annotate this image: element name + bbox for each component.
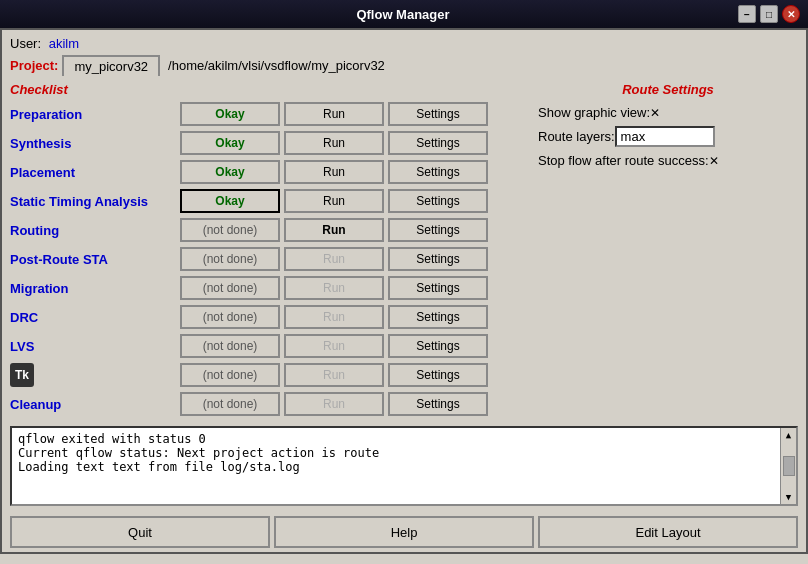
checklist-row: Tk(not done)RunSettings [10,362,530,388]
run-button[interactable]: Run [284,102,384,126]
step-name: Post-Route STA [10,252,180,267]
show-graphic-checkbox[interactable]: ✕ [650,106,660,120]
stop-flow-checkbox[interactable]: ✕ [709,154,719,168]
checklist-row: Cleanup(not done)RunSettings [10,391,530,417]
edit-layout-button[interactable]: Edit Layout [538,516,798,548]
checklist-row: PlacementOkayRunSettings [10,159,530,185]
checklist-row: DRC(not done)RunSettings [10,304,530,330]
checklist-container: PreparationOkayRunSettingsSynthesisOkayR… [10,101,530,417]
help-button[interactable]: Help [274,516,534,548]
route-layers-label: Route layers: [538,129,615,144]
checklist-row: Routing(not done)RunSettings [10,217,530,243]
settings-button[interactable]: Settings [388,392,488,416]
settings-button[interactable]: Settings [388,160,488,184]
settings-button[interactable]: Settings [388,247,488,271]
step-status[interactable]: Okay [180,160,280,184]
checklist-row: PreparationOkayRunSettings [10,101,530,127]
checklist-row: LVS(not done)RunSettings [10,333,530,359]
settings-button[interactable]: Settings [388,276,488,300]
scrollbar-up[interactable]: ▲ [786,430,791,440]
checklist-row: Post-Route STA(not done)RunSettings [10,246,530,272]
route-settings-header: Route Settings [538,82,798,97]
bottom-buttons: Quit Help Edit Layout [10,512,798,552]
step-name: Static Timing Analysis [10,194,180,209]
step-name: Routing [10,223,180,238]
step-name: Tk [10,363,180,387]
settings-button[interactable]: Settings [388,305,488,329]
step-name: DRC [10,310,180,325]
minimize-button[interactable]: − [738,5,756,23]
run-button: Run [284,276,384,300]
checklist-row: Static Timing AnalysisOkayRunSettings [10,188,530,214]
step-status[interactable]: (not done) [180,392,280,416]
step-status[interactable]: (not done) [180,334,280,358]
step-name: Migration [10,281,180,296]
settings-button[interactable]: Settings [388,131,488,155]
run-button: Run [284,392,384,416]
checklist-row: Migration(not done)RunSettings [10,275,530,301]
run-button: Run [284,247,384,271]
user-label: User: [10,36,41,51]
step-status[interactable]: (not done) [180,363,280,387]
step-status[interactable]: (not done) [180,276,280,300]
log-area: qflow exited with status 0Current qflow … [10,426,798,506]
run-button: Run [284,334,384,358]
project-label: Project: [10,58,58,73]
log-line: qflow exited with status 0 [18,432,790,446]
step-name: Synthesis [10,136,180,151]
step-status[interactable]: Okay [180,189,280,213]
run-button[interactable]: Run [284,189,384,213]
step-status[interactable]: Okay [180,102,280,126]
run-button: Run [284,305,384,329]
title-bar: Qflow Manager − □ ✕ [0,0,808,28]
checklist-header: Checklist [10,82,530,97]
step-status[interactable]: (not done) [180,247,280,271]
step-name: LVS [10,339,180,354]
step-status[interactable]: (not done) [180,218,280,242]
maximize-button[interactable]: □ [760,5,778,23]
run-button[interactable]: Run [284,160,384,184]
step-name: Cleanup [10,397,180,412]
log-line: Loading text text from file log/sta.log [18,460,790,474]
settings-button[interactable]: Settings [388,218,488,242]
show-graphic-label: Show graphic view: [538,105,650,120]
settings-button[interactable]: Settings [388,189,488,213]
settings-button[interactable]: Settings [388,363,488,387]
scrollbar-thumb[interactable] [783,456,795,476]
close-button[interactable]: ✕ [782,5,800,23]
log-line: Current qflow status: Next project actio… [18,446,790,460]
run-button[interactable]: Run [284,131,384,155]
user-value: akilm [49,36,79,51]
quit-button[interactable]: Quit [10,516,270,548]
step-name: Placement [10,165,180,180]
step-name: Preparation [10,107,180,122]
stop-flow-label: Stop flow after route success: [538,153,709,168]
tk-badge: Tk [10,363,34,387]
project-path: /home/akilm/vlsi/vsdflow/my_picorv32 [168,58,385,73]
project-tab[interactable]: my_picorv32 [62,55,160,76]
step-status[interactable]: Okay [180,131,280,155]
step-status[interactable]: (not done) [180,305,280,329]
window-title: Qflow Manager [68,7,738,22]
run-button: Run [284,363,384,387]
settings-button[interactable]: Settings [388,334,488,358]
run-button[interactable]: Run [284,218,384,242]
scrollbar-down[interactable]: ▼ [786,492,791,502]
settings-button[interactable]: Settings [388,102,488,126]
route-layers-input[interactable] [615,126,715,147]
checklist-row: SynthesisOkayRunSettings [10,130,530,156]
log-content: qflow exited with status 0Current qflow … [18,432,790,474]
